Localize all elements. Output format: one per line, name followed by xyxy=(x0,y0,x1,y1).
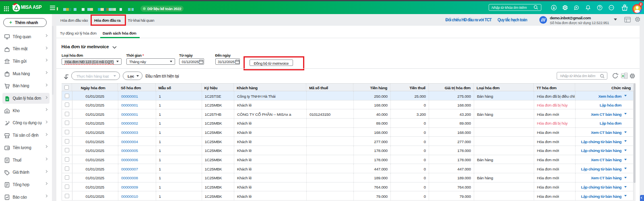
svg-text:X: X xyxy=(621,74,624,78)
svg-text:2: 2 xyxy=(640,2,642,6)
